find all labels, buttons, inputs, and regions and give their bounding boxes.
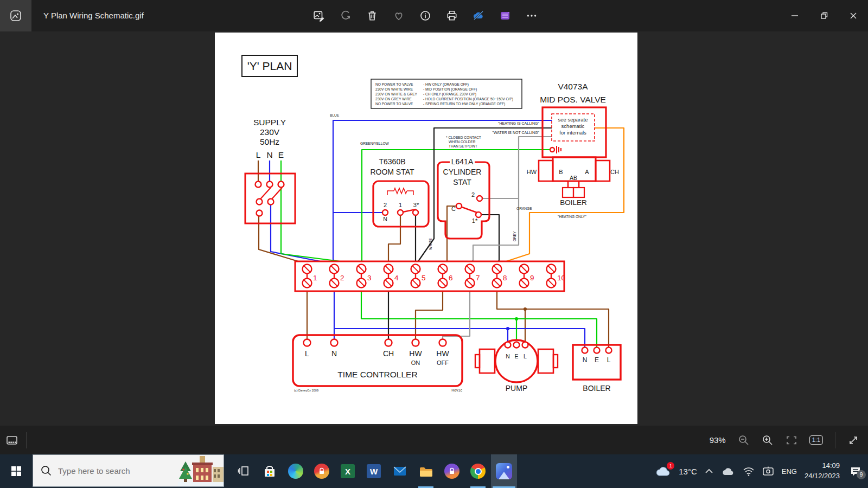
svg-text:230V ON GREY WIRE: 230V ON GREY WIRE <box>375 97 412 101</box>
password-app-purple-button[interactable] <box>439 454 465 488</box>
svg-text:230V ON WHITE WIRE: 230V ON WHITE WIRE <box>375 87 413 91</box>
video-editor-icon <box>499 9 512 22</box>
padlock-red-icon <box>314 464 329 479</box>
meet-now-button[interactable] <box>762 466 774 477</box>
favorite-button[interactable] <box>387 4 411 28</box>
tray-overflow-button[interactable] <box>705 468 713 474</box>
search-highlight-illustration[interactable] <box>178 455 224 486</box>
fit-to-window-button[interactable] <box>786 434 797 446</box>
notification-badge: 9 <box>857 470 866 479</box>
mid-position-valve: V4073A MID POS. VALVE see separate schem… <box>527 82 619 207</box>
language-indicator[interactable]: ENG <box>782 467 797 476</box>
heating-only-label: "HEATING ONLY" <box>558 215 586 219</box>
clock-date: 24/12/2023 <box>805 471 840 481</box>
svg-text:4: 4 <box>394 274 399 282</box>
fullscreen-button[interactable] <box>847 434 859 446</box>
close-button[interactable] <box>839 0 868 31</box>
file-explorer-button[interactable] <box>413 454 439 488</box>
white-label: WHITE <box>429 238 432 250</box>
svg-text:8: 8 <box>503 274 507 282</box>
photos-icon <box>496 463 512 479</box>
restore-button[interactable] <box>809 0 839 31</box>
info-button[interactable] <box>413 4 437 28</box>
svg-text:WHEN COLDER: WHEN COLDER <box>449 140 476 144</box>
cylinder-stat: L641A CYLINDER STAT 2 C 1* <box>438 157 489 239</box>
svg-text:T6360B: T6360B <box>379 157 405 166</box>
mail-button[interactable] <box>387 454 413 488</box>
titlebar: Y Plan Wiring Schematic.gif <box>0 0 868 31</box>
port-a: A <box>585 169 589 175</box>
svg-text:1: 1 <box>399 202 402 208</box>
port-hw: HW <box>527 169 537 175</box>
svg-text:3*: 3* <box>413 202 419 208</box>
photos-app-button[interactable] <box>491 454 517 488</box>
photo-image[interactable]: 'Y' PLAN NO POWER TO VALVE - HW ONLY (OR… <box>215 33 637 424</box>
heart-icon <box>393 10 405 22</box>
weather-button[interactable]: 1 <box>655 465 671 478</box>
print-button[interactable] <box>440 4 464 28</box>
svg-text:L: L <box>524 353 527 359</box>
video-editor-button[interactable] <box>493 4 517 28</box>
zoom-out-icon <box>738 434 750 446</box>
svg-text:TIME CONTROLLER: TIME CONTROLLER <box>337 370 417 379</box>
delete-button[interactable] <box>360 4 384 28</box>
task-view-button[interactable] <box>231 454 257 488</box>
cloud-status-button[interactable] <box>467 4 490 28</box>
port-b: B <box>559 169 563 175</box>
svg-text:1: 1 <box>313 274 317 282</box>
svg-text:E: E <box>595 356 599 364</box>
svg-text:N: N <box>506 353 510 359</box>
svg-text:THAN SETPOINT: THAN SETPOINT <box>449 144 477 148</box>
excel-button[interactable]: X <box>335 454 361 488</box>
room-stat: T6360B ROOM STAT 2 1 3* N <box>370 157 429 227</box>
svg-text:E: E <box>278 150 284 159</box>
actual-size-button[interactable]: 1:1 <box>809 435 823 445</box>
statusbar-divider <box>26 432 27 448</box>
notification-center-button[interactable]: 9 <box>850 465 861 477</box>
chrome-button[interactable] <box>465 454 491 488</box>
svg-text:SUPPLY: SUPPLY <box>253 118 286 127</box>
more-button[interactable] <box>520 4 544 28</box>
viewer-canvas: 'Y' PLAN NO POWER TO VALVE - HW ONLY (OR… <box>0 31 868 426</box>
app-icon-button[interactable] <box>0 0 31 31</box>
word-icon: W <box>367 464 381 478</box>
svg-text:schematic: schematic <box>561 123 585 129</box>
meet-now-camera-icon <box>762 466 774 477</box>
clock[interactable]: 14:09 24/12/2023 <box>805 461 840 481</box>
edit-image-icon <box>313 10 325 22</box>
svg-text:N: N <box>266 150 272 159</box>
network-button[interactable] <box>743 466 755 476</box>
password-app-red-button[interactable] <box>309 454 335 488</box>
edge-icon <box>288 464 303 479</box>
zoom-in-button[interactable] <box>762 434 774 446</box>
svg-text:- CH ONLY (ORANGE 230V O/P): - CH ONLY (ORANGE 230V O/P) <box>423 92 476 97</box>
svg-text:C: C <box>451 206 456 212</box>
svg-text:10: 10 <box>557 274 565 282</box>
photos-logo-icon <box>9 9 22 22</box>
start-button[interactable] <box>0 454 33 488</box>
zoom-out-button[interactable] <box>738 434 750 446</box>
svg-text:PUMP: PUMP <box>506 384 527 393</box>
minimize-button[interactable] <box>780 0 809 31</box>
onedrive-button[interactable] <box>721 466 735 477</box>
microsoft-store-button[interactable] <box>257 454 283 488</box>
blue-label: BLUE <box>330 113 340 117</box>
fit-to-window-icon <box>786 434 797 446</box>
filmstrip-toggle-button[interactable] <box>5 434 18 447</box>
edit-image-button[interactable] <box>307 4 331 28</box>
zoom-level-value: 93% <box>710 435 726 445</box>
heating-calling-label: "HEATING IS CALLING" <box>498 121 540 125</box>
svg-text:see separate: see separate <box>558 117 588 123</box>
word-button[interactable]: W <box>361 454 387 488</box>
print-icon <box>446 10 458 22</box>
svg-text:7: 7 <box>476 274 480 282</box>
edge-button[interactable] <box>283 454 309 488</box>
filmstrip-icon <box>5 434 18 447</box>
svg-text:L: L <box>607 356 611 364</box>
time-controller: L N CH HW ON HW OFF TIME CONTROLLER (c) … <box>293 335 462 392</box>
port-ab: AB <box>570 175 577 181</box>
windows-logo-icon <box>11 466 21 476</box>
svg-text:for internals: for internals <box>559 130 586 136</box>
rotate-button[interactable] <box>334 4 358 28</box>
svg-text:STAT: STAT <box>453 178 471 187</box>
